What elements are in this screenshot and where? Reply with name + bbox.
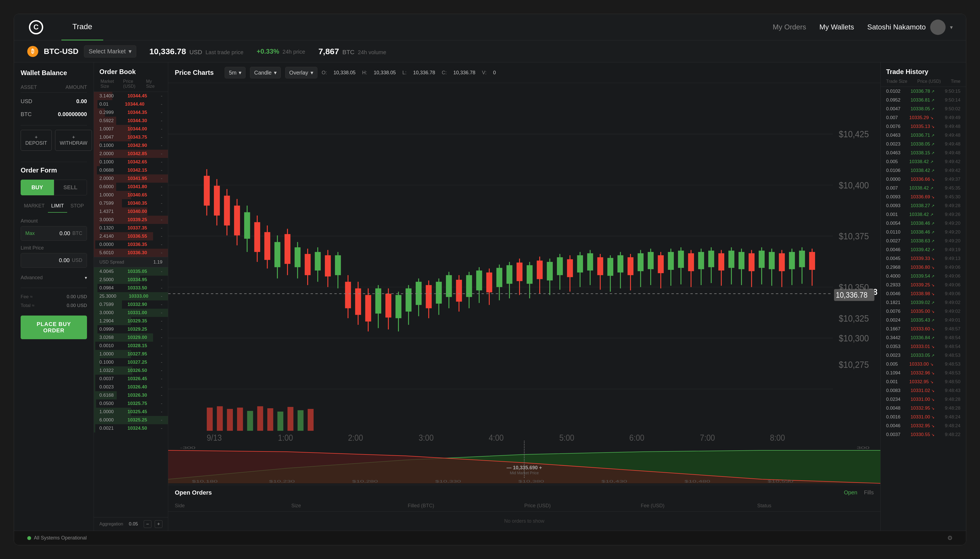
timeframe-dropdown[interactable]: 5m ▾ bbox=[225, 67, 245, 78]
bid-row: 0.1000 10327.25 - bbox=[94, 358, 168, 366]
ohlcv-v-label: V: bbox=[482, 70, 486, 76]
last-price-unit: USD bbox=[189, 49, 202, 56]
trade-history-row: 0.0016 10331.00 ↘ 9:48:24 bbox=[881, 413, 966, 422]
price-change-value: +0.33% bbox=[257, 48, 279, 55]
svg-rect-25 bbox=[254, 222, 260, 252]
fee-value: 0.00 USD bbox=[66, 294, 87, 299]
limit-price-label: Limit Price bbox=[21, 245, 87, 251]
last-price-stat: 10,336.78 USD Last trade price bbox=[149, 47, 244, 56]
settings-icon[interactable]: ⚙ bbox=[947, 534, 953, 542]
deposit-button[interactable]: + DEPOSIT bbox=[21, 130, 52, 151]
amount-value: 0.00 bbox=[37, 230, 70, 237]
trade-history-row: 0.0234 10331.00 ↘ 9:48:28 bbox=[881, 395, 966, 404]
svg-rect-87 bbox=[567, 259, 573, 277]
aggregation-plus-button[interactable]: + bbox=[155, 520, 163, 528]
svg-text:1:00: 1:00 bbox=[278, 433, 293, 441]
trade-history-row: 0.3442 10336.84 ↗ 9:48:54 bbox=[881, 333, 966, 342]
total-row: Total ≈ 0.00 USD bbox=[21, 301, 87, 310]
limit-tab[interactable]: LIMIT bbox=[48, 200, 67, 213]
ask-row: 2.4140 10336.55 - bbox=[94, 232, 168, 240]
withdraw-button[interactable]: + WITHDRAW bbox=[55, 130, 92, 151]
bid-row: 2.5000 10334.95 - bbox=[94, 276, 168, 284]
ohlcv-l-value: 10,336.78 bbox=[413, 70, 435, 76]
my-orders-link[interactable]: My Orders bbox=[773, 23, 806, 31]
svg-text:$10,425: $10,425 bbox=[839, 129, 869, 139]
svg-text:8:00: 8:00 bbox=[770, 433, 785, 441]
chart-type-value: Candle bbox=[254, 69, 272, 76]
svg-rect-115 bbox=[708, 251, 715, 267]
pair-info: ₿ BTC-USD Select Market ▾ bbox=[27, 45, 136, 58]
order-type-tabs: MARKET LIMIT STOP bbox=[21, 200, 87, 213]
trade-history-row: 0.0048 10332.95 ↘ 9:48:28 bbox=[881, 404, 966, 413]
trade-history-row: 0.4000 10339.54 ↗ 9:49:06 bbox=[881, 272, 966, 281]
max-label[interactable]: Max bbox=[25, 230, 35, 237]
svg-text:$10,300: $10,300 bbox=[839, 333, 869, 343]
ohlcv-l-label: L: bbox=[403, 70, 406, 76]
trade-history-row: 0.0046 10332.95 ↘ 9:48:24 bbox=[881, 422, 966, 430]
bid-row: 1.0000 10327.95 - bbox=[94, 350, 168, 358]
depth-chart-container: -300 300 $10,180 $10,230 $10,280 $10,330… bbox=[168, 441, 881, 485]
my-wallets-link[interactable]: My Wallets bbox=[819, 23, 854, 31]
order-book-spread: USD Spread 1.19 bbox=[94, 257, 168, 267]
svg-rect-109 bbox=[678, 251, 684, 268]
svg-rect-140 bbox=[247, 411, 253, 431]
status-dot bbox=[27, 536, 31, 540]
oo-col-status: Status bbox=[757, 503, 874, 509]
oo-col-side: Side bbox=[175, 503, 291, 509]
market-tab[interactable]: MARKET bbox=[21, 200, 48, 213]
bid-row: 25.3000 10333.00 - bbox=[94, 292, 168, 300]
open-tab[interactable]: Open bbox=[844, 490, 857, 496]
svg-rect-17 bbox=[214, 186, 220, 215]
amount-unit: BTC bbox=[72, 230, 82, 237]
svg-rect-49 bbox=[375, 288, 381, 313]
svg-rect-71 bbox=[486, 273, 492, 293]
ask-row: 0.1000 10342.65 - bbox=[94, 158, 168, 166]
trade-history-row: 0.0046 10339.42 ↗ 9:49:19 bbox=[881, 245, 966, 254]
last-price-label: Last trade price bbox=[206, 49, 243, 56]
svg-rect-77 bbox=[516, 263, 522, 281]
nav-tab-trade[interactable]: Trade bbox=[61, 14, 103, 40]
sell-tab[interactable]: SELL bbox=[54, 180, 87, 195]
aggregation-minus-button[interactable]: − bbox=[144, 520, 151, 528]
bid-row: 0.0010 10328.15 - bbox=[94, 342, 168, 350]
svg-text:6:00: 6:00 bbox=[629, 433, 644, 441]
ask-row: 0.5922 10344.30 - bbox=[94, 117, 168, 125]
svg-rect-137 bbox=[217, 406, 223, 431]
ask-row: 1.0000 10340.65 - bbox=[94, 191, 168, 199]
amount-field[interactable]: Max 0.00 BTC bbox=[21, 226, 87, 241]
bid-row: 4.0045 10335.05 - bbox=[94, 267, 168, 276]
stop-tab[interactable]: STOP bbox=[67, 200, 87, 213]
bid-row: 3.0268 10329.00 - bbox=[94, 333, 168, 342]
svg-rect-101 bbox=[638, 253, 643, 271]
svg-text:$10,375: $10,375 bbox=[839, 231, 869, 241]
buy-tab[interactable]: BUY bbox=[21, 180, 54, 195]
open-orders-table-header: Side Size Filled (BTC) Price (USD) Fee (… bbox=[168, 500, 881, 512]
fills-tab[interactable]: Fills bbox=[864, 490, 874, 496]
svg-rect-19 bbox=[224, 195, 230, 225]
svg-rect-89 bbox=[577, 255, 583, 273]
order-book-panel: Order Book Market Size Price (USD) My Si… bbox=[94, 63, 168, 531]
svg-rect-144 bbox=[287, 407, 294, 431]
limit-price-field[interactable]: 0.00 USD bbox=[21, 253, 87, 268]
chart-type-dropdown[interactable]: Candle ▾ bbox=[250, 67, 280, 78]
market-select-dropdown[interactable]: Select Market ▾ bbox=[84, 45, 136, 58]
overlay-dropdown[interactable]: Overlay ▾ bbox=[285, 67, 317, 78]
ohlcv-v-value: 0 bbox=[493, 70, 496, 76]
ohlcv-c-value: 10,336.78 bbox=[453, 70, 476, 76]
logo[interactable]: C bbox=[27, 18, 45, 36]
app-window: C Trade My Orders My Wallets Satoshi Nak… bbox=[14, 14, 966, 545]
bid-row: 0.0037 10326.45 - bbox=[94, 375, 168, 383]
volume-value: 7,867 bbox=[318, 47, 339, 56]
advanced-toggle[interactable]: Advanced ▾ bbox=[21, 272, 87, 283]
overlay-chevron-icon: ▾ bbox=[310, 69, 313, 76]
user-info[interactable]: Satoshi Nakamoto ▾ bbox=[867, 20, 953, 35]
place-buy-order-button[interactable]: PLACE BUY ORDER bbox=[21, 316, 87, 339]
wallet-col-asset: Asset bbox=[21, 84, 37, 90]
svg-rect-135 bbox=[809, 252, 815, 270]
svg-text:$10,180: $10,180 bbox=[192, 480, 217, 483]
ohlcv-o-label: O: bbox=[322, 70, 327, 76]
trade-history-row: 0.0023 10333.05 ↗ 9:48:53 bbox=[881, 351, 966, 360]
limit-price-unit: USD bbox=[72, 258, 82, 263]
status-bar: All Systems Operational ⚙ bbox=[14, 531, 966, 545]
svg-text:$10,275: $10,275 bbox=[839, 360, 869, 370]
